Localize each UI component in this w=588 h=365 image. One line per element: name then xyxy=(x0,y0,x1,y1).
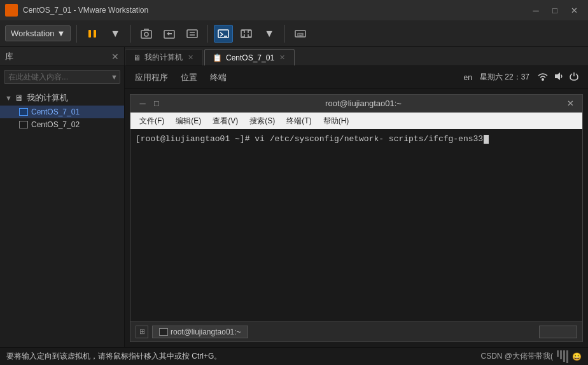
content-area: 🖥 我的计算机 ✕ 📋 CentOS_7_01 ✕ 应用程序 位置 终端 en … xyxy=(125,47,588,347)
svg-rect-0 xyxy=(7,7,16,13)
terminal-title: root@liujiangtao01:~ xyxy=(164,99,563,108)
search-box: ▼ xyxy=(4,70,120,84)
fullscreen-button[interactable] xyxy=(237,25,256,43)
status-right: CSDN @大佬带带我( 😀 xyxy=(480,350,582,363)
revert-button[interactable] xyxy=(160,25,179,43)
term-menu-file[interactable]: 文件(F) xyxy=(134,114,169,128)
tree-vm-centos702[interactable]: CentOS_7_02 xyxy=(0,118,124,131)
vm-tree: ▼ 🖥 我的计算机 CentOS_7_01 CentOS_7_02 xyxy=(0,88,124,347)
svg-rect-8 xyxy=(187,30,197,38)
maximize-button[interactable]: □ xyxy=(546,4,564,17)
vm-status-icon-active xyxy=(19,108,28,116)
svg-rect-13 xyxy=(241,30,251,38)
pause-dropdown[interactable]: ▼ xyxy=(106,25,125,43)
term-menu-terminal[interactable]: 终端(T) xyxy=(281,114,316,128)
watermark-text: CSDN @大佬带带我( xyxy=(480,351,553,362)
toolbar-separator-1 xyxy=(76,25,77,43)
tree-vm-label-2: CentOS_7_02 xyxy=(31,120,80,129)
window-title: CentOS_7_01 - VMware Workstation xyxy=(23,6,522,15)
svg-marker-17 xyxy=(555,72,560,80)
term-menu-edit[interactable]: 编辑(E) xyxy=(171,114,206,128)
vm-menu-apps[interactable]: 应用程序 xyxy=(130,70,173,85)
sidebar: 库 ✕ ▼ ▼ 🖥 我的计算机 CentOS_7_01 CentOS_7_02 xyxy=(0,47,125,347)
tab-my-computer-close[interactable]: ✕ xyxy=(186,53,195,62)
terminal-footer-tab-icon xyxy=(159,328,168,336)
bar-1 xyxy=(557,350,559,357)
status-hint: 要将输入定向到该虚拟机，请将鼠标指针移入其中或按 Ctrl+G。 xyxy=(6,351,480,362)
power-icon[interactable] xyxy=(569,71,579,83)
main-toolbar: Workstation ▼ ▼ xyxy=(0,20,588,47)
term-menu-help[interactable]: 帮助(H) xyxy=(318,114,354,128)
dropdown-arrow: ▼ xyxy=(57,29,65,38)
search-dropdown-icon[interactable]: ▼ xyxy=(111,73,118,81)
minimize-button[interactable]: ─ xyxy=(527,4,545,17)
sound-icon[interactable] xyxy=(554,71,564,83)
signal-bars xyxy=(557,350,568,363)
terminal-body[interactable]: [root@liujiangtao01 ~]# vi /etc/sysconfi… xyxy=(130,129,582,321)
console-button[interactable] xyxy=(214,25,233,43)
workstation-menu-button[interactable]: Workstation ▼ xyxy=(5,25,71,41)
window-controls: ─ □ ✕ xyxy=(527,4,583,17)
fullscreen-dropdown[interactable]: ▼ xyxy=(260,25,279,43)
svg-rect-5 xyxy=(141,31,151,38)
terminal-prompt-line: [root@liujiangtao01 ~]# vi /etc/sysconfi… xyxy=(136,134,483,144)
term-menu-search[interactable]: 搜索(S) xyxy=(244,114,280,128)
tab-centos701[interactable]: 📋 CentOS_7_01 ✕ xyxy=(204,49,295,65)
bar-3 xyxy=(563,350,565,362)
terminal-close-button[interactable]: ✕ xyxy=(563,98,577,109)
snapshot-button[interactable] xyxy=(137,25,156,43)
terminal-titlebar: ─ □ root@liujiangtao01:~ ✕ xyxy=(130,95,582,113)
pause-button[interactable] xyxy=(83,25,102,43)
bar-4 xyxy=(566,350,568,363)
svg-text:⌨: ⌨ xyxy=(297,32,304,37)
sidebar-close-button[interactable]: ✕ xyxy=(111,52,119,62)
toolbar-separator-4 xyxy=(284,25,285,43)
terminal-minimize-button[interactable]: ─ xyxy=(136,98,150,109)
datetime-display: 星期六 22：37 xyxy=(480,72,529,83)
svg-rect-3 xyxy=(88,30,91,38)
send-ctrl-alt-del-button[interactable]: ⌨ xyxy=(291,25,310,43)
emoji-icon: 😀 xyxy=(572,352,582,361)
svg-rect-1 xyxy=(10,13,13,14)
tab-centos701-icon: 📋 xyxy=(213,53,222,62)
terminal-wrapper: ─ □ root@liujiangtao01:~ ✕ 文件(F) 编辑(E) 查… xyxy=(125,89,588,347)
status-bar: 要将输入定向到该虚拟机，请将鼠标指针移入其中或按 Ctrl+G。 CSDN @大… xyxy=(0,347,588,365)
term-menu-view[interactable]: 查看(V) xyxy=(207,114,243,128)
svg-rect-2 xyxy=(8,14,15,15)
sidebar-header: 库 ✕ xyxy=(0,47,124,66)
lang-indicator: en xyxy=(464,73,472,82)
terminal-footer-box xyxy=(539,326,577,338)
svg-rect-4 xyxy=(94,30,96,38)
vm-menu-terminal[interactable]: 终端 xyxy=(205,70,232,85)
terminal-footer-tab-label: root@liujiangtao01:~ xyxy=(171,327,241,336)
terminal-footer-icon: ⊞ xyxy=(136,326,148,338)
computer-icon: 🖥 xyxy=(15,93,24,103)
tree-section-my-computer[interactable]: ▼ 🖥 我的计算机 xyxy=(0,90,124,106)
main-area: 库 ✕ ▼ ▼ 🖥 我的计算机 CentOS_7_01 CentOS_7_02 xyxy=(0,47,588,347)
tab-my-computer-icon: 🖥 xyxy=(133,53,141,62)
network-icon[interactable] xyxy=(537,71,549,83)
vm-menu-location[interactable]: 位置 xyxy=(176,70,202,85)
app-icon xyxy=(5,4,18,17)
settings-button[interactable] xyxy=(183,25,202,43)
tab-centos701-close[interactable]: ✕ xyxy=(278,53,286,62)
toolbar-separator-2 xyxy=(130,25,131,43)
workstation-label: Workstation xyxy=(11,29,54,38)
terminal-cursor xyxy=(484,135,489,144)
tabs-bar: 🖥 我的计算机 ✕ 📋 CentOS_7_01 ✕ xyxy=(125,47,588,66)
terminal-maximize-button[interactable]: □ xyxy=(150,98,164,109)
title-bar: CentOS_7_01 - VMware Workstation ─ □ ✕ xyxy=(0,0,588,20)
terminal-footer-right xyxy=(252,326,577,338)
tree-vm-label-1: CentOS_7_01 xyxy=(31,107,80,116)
terminal-content: [root@liujiangtao01 ~]# vi /etc/sysconfi… xyxy=(136,133,577,146)
terminal-footer-tab[interactable]: root@liujiangtao01:~ xyxy=(152,326,248,338)
sidebar-title: 库 xyxy=(5,51,111,62)
tree-vm-centos701[interactable]: CentOS_7_01 xyxy=(0,106,124,118)
close-button[interactable]: ✕ xyxy=(565,4,583,17)
toolbar-separator-3 xyxy=(207,25,208,43)
tab-my-computer[interactable]: 🖥 我的计算机 ✕ xyxy=(125,49,203,65)
vm-menu-bar: 应用程序 位置 终端 en 星期六 22：37 xyxy=(125,66,588,89)
terminal-window: ─ □ root@liujiangtao01:~ ✕ 文件(F) 编辑(E) 查… xyxy=(130,94,583,342)
tree-root-label: 我的计算机 xyxy=(27,92,68,104)
search-input[interactable] xyxy=(4,70,120,84)
